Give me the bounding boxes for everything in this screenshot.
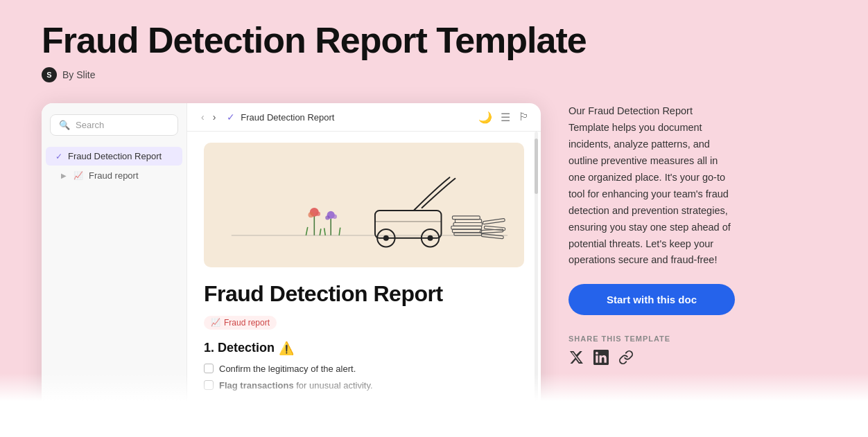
- hero-image: [204, 143, 524, 267]
- description-text: Our Fraud Detection Report Template help…: [568, 103, 735, 269]
- sidebar-item-label: Fraud Detection Report: [68, 151, 162, 161]
- svg-point-9: [333, 215, 337, 219]
- warning-emoji: ⚠️: [279, 341, 294, 356]
- slite-icon: S: [42, 67, 57, 82]
- tag-chart-icon: 📈: [211, 318, 220, 327]
- sidebar-item-fraud-detection-report[interactable]: ✓ Fraud Detection Report: [46, 147, 182, 166]
- svg-rect-0: [204, 155, 524, 254]
- doc-area: ‹ › ✓ Fraud Detection Report 🌙 ☰ 🏳: [187, 103, 541, 415]
- svg-point-18: [428, 235, 433, 241]
- share-icons: [568, 350, 735, 368]
- doc-main-title: Fraud Detection Report: [204, 281, 524, 307]
- svg-point-8: [325, 215, 329, 220]
- doc-toolbar: ‹ › ✓ Fraud Detection Report 🌙 ☰ 🏳: [187, 103, 541, 132]
- search-icon: 🔍: [59, 120, 70, 130]
- toolbar-check-icon: ✓: [227, 112, 235, 123]
- scrollbar-thumb[interactable]: [535, 139, 538, 194]
- page-wrapper: Fraud Detection Report Template S By Sli…: [0, 0, 868, 437]
- expand-icon: ▶: [61, 172, 67, 179]
- page-title: Fraud Detection Report Template: [42, 21, 826, 60]
- check-icon: ✓: [55, 152, 62, 161]
- share-section: SHARE THIS TEMPLATE: [568, 335, 735, 368]
- toolbar-doc-title: Fraud Detection Report: [241, 112, 473, 123]
- toolbar-actions: 🌙 ☰ 🏳: [478, 111, 530, 124]
- sidebar: 🔍 Search ✓ Fraud Detection Report ▶ 📈 Fr…: [42, 103, 187, 415]
- menu-button[interactable]: ☰: [501, 111, 510, 124]
- doc-tag: 📈 Fraud report: [204, 316, 277, 330]
- share-label: SHARE THIS TEMPLATE: [568, 335, 735, 343]
- svg-point-5: [316, 212, 320, 216]
- chart-icon: 📈: [73, 171, 83, 180]
- checkbox-1[interactable]: [204, 364, 214, 373]
- content-area: 🔍 Search ✓ Fraud Detection Report ▶ 📈 Fr…: [42, 103, 826, 415]
- bookmark-button[interactable]: 🏳: [519, 111, 530, 123]
- toolbar-nav: ‹ ›: [198, 110, 218, 124]
- svg-point-4: [309, 213, 314, 218]
- header-section: Fraud Detection Report Template S By Sli…: [42, 21, 826, 82]
- sidebar-subitem-label: Fraud report: [89, 170, 139, 181]
- doc-section-1-title: 1. Detection ⚠️: [204, 341, 524, 356]
- by-slite-text: By Slite: [62, 69, 95, 80]
- app-mockup: 🔍 Search ✓ Fraud Detection Report ▶ 📈 Fr…: [42, 103, 541, 415]
- doc-content: Fraud Detection Report 📈 Fraud report 1.…: [187, 132, 541, 411]
- dark-mode-button[interactable]: 🌙: [478, 111, 492, 124]
- linkedin-share-button[interactable]: [593, 350, 609, 368]
- bottom-fade: [0, 373, 868, 437]
- sidebar-item-fraud-report[interactable]: ▶ 📈 Fraud report: [46, 167, 182, 184]
- search-input-label: Search: [76, 120, 104, 130]
- nav-back-button[interactable]: ‹: [198, 110, 207, 124]
- by-slite-row: S By Slite: [42, 67, 826, 82]
- right-panel: Our Fraud Detection Report Template help…: [568, 103, 735, 368]
- scrollbar-track: [535, 132, 538, 411]
- start-with-doc-button[interactable]: Start with this doc: [568, 284, 735, 315]
- twitter-share-button[interactable]: [568, 350, 584, 368]
- search-bar[interactable]: 🔍 Search: [50, 114, 178, 136]
- doc-tag-label: Fraud report: [224, 318, 270, 328]
- svg-point-16: [383, 235, 389, 241]
- nav-forward-button[interactable]: ›: [210, 110, 219, 124]
- copy-link-button[interactable]: [618, 350, 634, 368]
